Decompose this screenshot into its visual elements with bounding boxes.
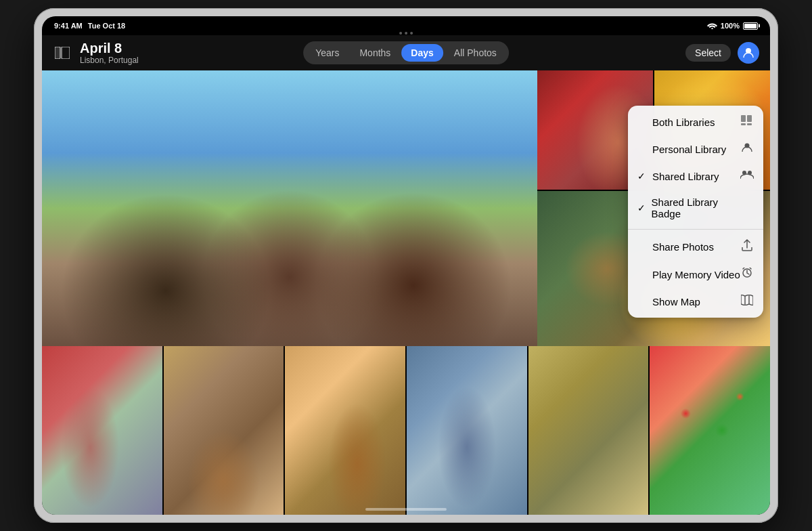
svg-point-0 <box>711 28 713 29</box>
both-libraries-label: Both Libraries <box>652 116 715 128</box>
content-area: April 8 Lisbon, Portugal Years Months Da… <box>42 35 770 515</box>
scroll-indicator <box>365 508 447 511</box>
status-right: 100% <box>707 22 758 30</box>
shared-library-label: Shared Library <box>652 171 719 182</box>
date-title: April 8 <box>80 41 139 56</box>
main-photo-bg <box>42 70 537 346</box>
status-left: 9:41 AM Tue Oct 18 <box>54 22 125 30</box>
photo-area: Both Libraries <box>42 70 770 515</box>
show-map-icon <box>740 295 754 308</box>
menu-item-play-memory-video[interactable]: Play Memory Video <box>628 261 763 288</box>
bottom-row <box>42 346 770 515</box>
svg-rect-5 <box>747 115 752 122</box>
bottom-photo-2[interactable] <box>164 346 284 515</box>
shared-library-check: ✓ <box>637 171 648 182</box>
shared-library-icon <box>740 169 754 183</box>
svg-marker-12 <box>741 295 753 305</box>
bottom-photo-6[interactable] <box>650 346 770 515</box>
svg-rect-6 <box>741 123 746 125</box>
menu-item-show-map[interactable]: Show Map <box>628 288 763 315</box>
nav-right: Select <box>685 42 759 64</box>
ipad-device: 9:41 AM Tue Oct 18 100% <box>34 8 778 523</box>
play-memory-label: Play Memory Video <box>652 269 740 280</box>
sidebar-toggle-icon[interactable] <box>53 43 72 62</box>
photo-figures <box>42 70 537 346</box>
status-date: Tue Oct 18 <box>88 22 125 30</box>
tab-all-photos[interactable]: All Photos <box>445 44 506 62</box>
main-photo[interactable] <box>42 70 537 346</box>
battery-icon <box>743 22 758 30</box>
nav-center: Years Months Days All Photos <box>303 41 509 64</box>
menu-section-actions: Share Photos <box>628 230 763 318</box>
menu-section-libraries: Both Libraries <box>628 106 763 229</box>
bottom-photo-3[interactable] <box>285 346 405 515</box>
person-button[interactable] <box>738 42 759 64</box>
both-libraries-icon <box>740 115 754 129</box>
personal-library-label: Personal Library <box>652 144 726 155</box>
svg-rect-4 <box>741 115 746 122</box>
menu-item-shared-library-badge[interactable]: ✓ Shared Library Badge <box>628 190 763 226</box>
menu-item-shared-library[interactable]: ✓ Shared Library <box>628 163 763 190</box>
play-memory-icon <box>740 268 754 281</box>
menu-item-personal-library[interactable]: Personal Library <box>628 135 763 163</box>
bottom-photo-5[interactable] <box>528 346 649 515</box>
tab-months[interactable]: Months <box>350 44 400 62</box>
date-info: April 8 Lisbon, Portugal <box>80 41 139 65</box>
show-map-label: Show Map <box>652 296 700 307</box>
tab-years[interactable]: Years <box>306 44 348 62</box>
personal-library-icon <box>740 142 754 156</box>
status-bar: 9:41 AM Tue Oct 18 100% <box>42 16 770 35</box>
shared-library-badge-label: Shared Library Badge <box>652 196 742 219</box>
nav-left: April 8 Lisbon, Portugal <box>53 41 139 65</box>
bottom-photo-4[interactable] <box>407 346 527 515</box>
menu-item-share-photos[interactable]: Share Photos <box>628 232 763 261</box>
wifi-icon <box>707 22 717 30</box>
svg-rect-2 <box>62 47 70 59</box>
share-photos-icon <box>740 239 754 254</box>
pill-nav: Years Months Days All Photos <box>303 41 509 64</box>
battery-percentage: 100% <box>721 22 740 30</box>
svg-rect-7 <box>747 123 752 125</box>
svg-rect-1 <box>55 47 60 59</box>
shared-library-badge-check: ✓ <box>637 203 648 213</box>
ipad-screen: 9:41 AM Tue Oct 18 100% <box>42 16 770 515</box>
select-button[interactable]: Select <box>685 44 731 62</box>
bottom-photo-1[interactable] <box>42 346 162 515</box>
date-subtitle: Lisbon, Portugal <box>80 56 139 65</box>
share-photos-label: Share Photos <box>652 241 714 253</box>
dropdown-menu: Both Libraries <box>628 106 763 318</box>
status-time: 9:41 AM <box>54 22 83 30</box>
menu-item-both-libraries[interactable]: Both Libraries <box>628 108 763 135</box>
tab-days[interactable]: Days <box>401 44 443 62</box>
top-nav: April 8 Lisbon, Portugal Years Months Da… <box>42 35 770 70</box>
